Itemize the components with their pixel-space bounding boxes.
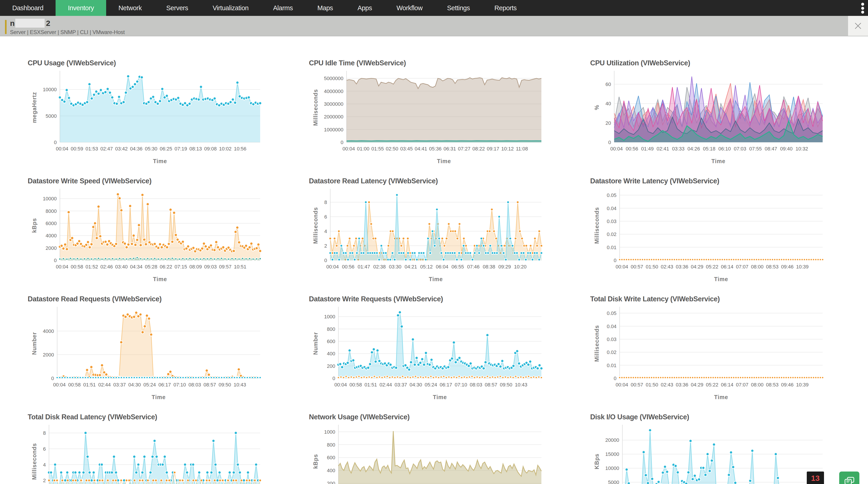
chat-support-button[interactable]: [839, 472, 859, 484]
svg-text:07:10: 07:10: [455, 382, 467, 388]
svg-text:0: 0: [614, 258, 617, 263]
svg-text:07:55: 07:55: [749, 146, 762, 152]
svg-text:0.04: 0.04: [607, 206, 617, 211]
top-nav: DashboardInventoryNetworkServersVirtuali…: [0, 0, 868, 16]
tab-virtualization[interactable]: Virtualization: [200, 0, 261, 16]
tab-dashboard[interactable]: Dashboard: [0, 0, 56, 16]
svg-text:0.03: 0.03: [607, 218, 617, 224]
tab-workflow[interactable]: Workflow: [384, 0, 435, 16]
tab-alarms[interactable]: Alarms: [261, 0, 305, 16]
svg-text:08:47: 08:47: [765, 146, 777, 152]
svg-text:10:39: 10:39: [796, 264, 809, 270]
svg-text:00:59: 00:59: [71, 146, 83, 152]
svg-text:09:08: 09:08: [204, 146, 217, 152]
chart-total-disk-read-latency: Total Disk Read Latency (VIWebService)24…: [28, 411, 309, 484]
svg-text:09:50: 09:50: [219, 382, 231, 388]
svg-text:07:15: 07:15: [175, 264, 187, 270]
svg-text:Milliseconds: Milliseconds: [594, 325, 600, 362]
svg-text:06:14: 06:14: [721, 264, 733, 270]
svg-text:20000: 20000: [606, 437, 619, 443]
svg-text:0.01: 0.01: [607, 363, 617, 368]
svg-text:02:41: 02:41: [657, 146, 669, 152]
close-button[interactable]: [848, 16, 868, 36]
kebab-menu-icon[interactable]: [860, 3, 865, 13]
tab-inventory[interactable]: Inventory: [56, 0, 106, 16]
svg-text:2000: 2000: [45, 245, 57, 251]
svg-text:00:04: 00:04: [342, 146, 355, 152]
device-categories: Server | ESXServer | SNMP | CLI | VMware…: [10, 29, 125, 35]
svg-text:10:02: 10:02: [219, 146, 231, 152]
svg-text:Time: Time: [714, 394, 728, 400]
tab-settings[interactable]: Settings: [435, 0, 482, 16]
svg-text:04:30: 04:30: [128, 382, 141, 388]
svg-text:01:52: 01:52: [86, 264, 98, 270]
svg-text:05:24: 05:24: [143, 382, 156, 388]
svg-text:Time: Time: [714, 276, 728, 282]
svg-text:08:09: 08:09: [189, 264, 202, 270]
svg-text:05:24: 05:24: [425, 382, 437, 388]
svg-text:CPU Usage (VIWebService): CPU Usage (VIWebService): [28, 59, 116, 67]
svg-text:10:56: 10:56: [234, 146, 246, 152]
svg-text:0: 0: [51, 375, 54, 381]
svg-text:08:03: 08:03: [188, 382, 201, 388]
svg-text:01:49: 01:49: [641, 146, 654, 152]
svg-text:09:17: 09:17: [487, 146, 499, 152]
redacted-name: [15, 19, 45, 28]
svg-text:08:57: 08:57: [204, 382, 216, 388]
svg-text:04:21: 04:21: [405, 264, 417, 270]
svg-text:1000000: 1000000: [324, 127, 343, 132]
svg-text:Number: Number: [31, 332, 37, 355]
svg-text:Time: Time: [153, 276, 167, 282]
svg-text:01:51: 01:51: [365, 382, 377, 388]
svg-text:10:43: 10:43: [234, 382, 246, 388]
svg-text:00:04: 00:04: [334, 382, 347, 388]
svg-text:01:50: 01:50: [646, 382, 658, 388]
svg-text:03:37: 03:37: [114, 382, 126, 388]
svg-text:04:36: 04:36: [130, 146, 143, 152]
svg-text:00:58: 00:58: [68, 382, 81, 388]
svg-text:03:37: 03:37: [395, 382, 407, 388]
svg-text:10:51: 10:51: [234, 264, 246, 270]
svg-text:09:29: 09:29: [498, 264, 511, 270]
tab-reports[interactable]: Reports: [482, 0, 529, 16]
svg-text:0: 0: [608, 140, 611, 145]
svg-text:00:57: 00:57: [631, 264, 643, 270]
svg-text:2: 2: [324, 243, 327, 249]
svg-text:0.03: 0.03: [607, 336, 617, 342]
svg-text:5000000: 5000000: [324, 75, 343, 81]
svg-text:04:29: 04:29: [691, 264, 703, 270]
tab-apps[interactable]: Apps: [345, 0, 384, 16]
svg-text:Milliseconds: Milliseconds: [312, 89, 319, 126]
alarm-label: Alarms: [807, 483, 824, 484]
svg-text:Total Disk Read Latency (VIWeb: Total Disk Read Latency (VIWebService): [28, 413, 157, 421]
svg-text:00:57: 00:57: [631, 382, 643, 388]
alarms-badge[interactable]: 13 Alarms: [807, 472, 824, 484]
svg-text:07:07: 07:07: [736, 382, 748, 388]
svg-text:03:33: 03:33: [672, 146, 684, 152]
svg-text:05:36: 05:36: [429, 146, 442, 152]
svg-text:06:17: 06:17: [158, 382, 171, 388]
svg-text:02:46: 02:46: [100, 264, 113, 270]
svg-text:200: 200: [327, 363, 335, 369]
tab-servers[interactable]: Servers: [154, 0, 200, 16]
svg-text:01:51: 01:51: [83, 382, 96, 388]
svg-text:Datastore Write Latency (VIWeb: Datastore Write Latency (VIWebService): [590, 177, 719, 185]
svg-text:00:04: 00:04: [616, 382, 628, 388]
svg-text:00:58: 00:58: [71, 264, 83, 270]
svg-text:03:30: 03:30: [389, 264, 401, 270]
chart-datastore-write-latency: Datastore Write Latency (VIWebService)00…: [590, 175, 868, 293]
svg-text:8: 8: [43, 430, 46, 436]
tab-maps[interactable]: Maps: [305, 0, 345, 16]
svg-text:02:38: 02:38: [373, 264, 386, 270]
tab-network[interactable]: Network: [106, 0, 154, 16]
svg-text:02:44: 02:44: [98, 382, 111, 388]
chart-datastore-write-speed: Datastore Write Speed (VIWebService)0200…: [28, 175, 309, 293]
chart-datastore-write-requests: Datastore Write Requests (VIWebService)0…: [309, 293, 590, 411]
chart-datastore-read-requests: Datastore Read Requests (VIWebService)02…: [28, 293, 309, 411]
svg-text:02:43: 02:43: [661, 264, 673, 270]
svg-text:08:53: 08:53: [766, 264, 778, 270]
svg-text:CPU Idle Time (VIWebService): CPU Idle Time (VIWebService): [309, 59, 406, 67]
svg-text:800: 800: [327, 442, 335, 448]
svg-text:09:46: 09:46: [781, 382, 794, 388]
svg-text:0.02: 0.02: [607, 350, 617, 355]
